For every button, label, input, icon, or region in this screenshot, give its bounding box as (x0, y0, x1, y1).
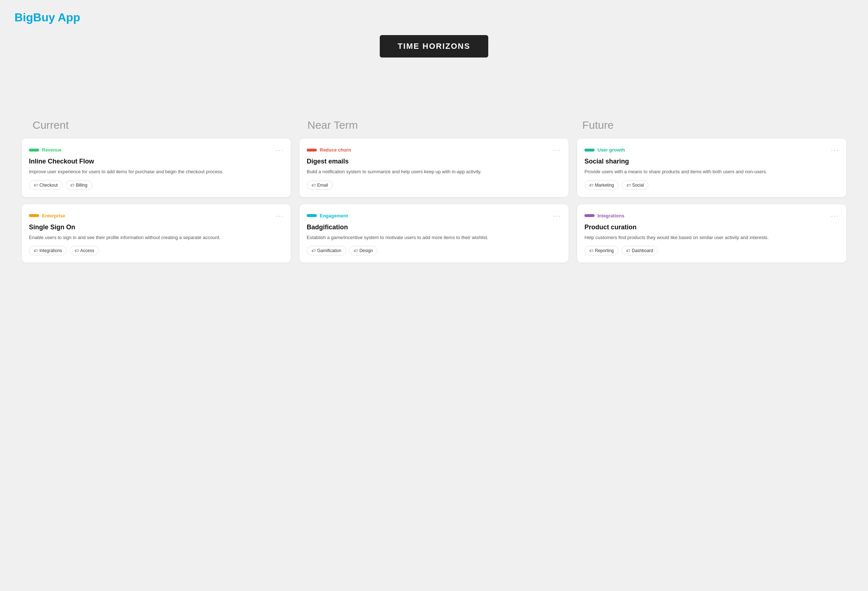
card-menu-dots[interactable]: ··· (553, 211, 561, 220)
card-menu-dots[interactable]: ··· (831, 211, 839, 220)
card-label-row: Revenue (29, 147, 62, 153)
column-header-current: Current (22, 119, 297, 131)
card-label-row: User growth (585, 147, 625, 153)
card-menu-dots[interactable]: ··· (553, 146, 561, 154)
card-title: Inline Checkout Flow (29, 158, 283, 165)
reduce-churn-pill (307, 149, 317, 152)
card-menu-dots[interactable]: ··· (275, 211, 283, 220)
card-label-row: Integrations (585, 213, 624, 219)
tree-lines-svg (15, 54, 853, 97)
tag-icon: 🏷 (34, 183, 38, 188)
card-social-sharing: User growth ··· Social sharing Provide u… (577, 139, 846, 197)
card-title: Social sharing (585, 158, 839, 165)
tag-icon: 🏷 (311, 183, 315, 188)
app-title: BigBuy App (15, 11, 853, 24)
card-desc: Improve user experience for users to add… (29, 168, 283, 176)
tooltip-product-areas: PRODUCT AREAS (283, 125, 382, 143)
tag-marketing[interactable]: 🏷Marketing (585, 180, 619, 190)
columns-header: Current Near Term Future (15, 119, 853, 131)
tag-icon: 🏷 (34, 248, 38, 253)
card-desc: Enable users to sign in and see their pr… (29, 234, 283, 241)
user-growth-label: User growth (598, 147, 625, 153)
svg-line-6 (434, 259, 464, 284)
tag-access[interactable]: 🏷Access (70, 246, 99, 256)
column-header-future: Future (571, 119, 846, 131)
tag-icon: 🏷 (589, 248, 593, 253)
card-tags: 🏷Email (307, 180, 561, 190)
card-header: Revenue ··· (29, 146, 283, 154)
card-title: Digest emails (307, 158, 561, 165)
root-node: TIME HORIZONS (380, 35, 489, 58)
tag-checkout[interactable]: 🏷Checkout (29, 180, 63, 190)
tag-reporting[interactable]: 🏷Reporting (585, 246, 619, 256)
tag-icon: 🏷 (311, 248, 315, 253)
integrations-pill (585, 214, 595, 217)
tag-icon: 🏷 (354, 248, 358, 253)
card-title: Product curation (585, 223, 839, 231)
tag-icon: 🏷 (589, 183, 593, 188)
column-near-term: Reduce churn ··· Digest emails Build a n… (300, 139, 568, 263)
card-desc: Provide users with a means to share prod… (585, 168, 839, 176)
tag-dashboard[interactable]: 🏷Dashboard (621, 246, 658, 256)
tag-icon: 🏷 (74, 248, 78, 253)
card-header: Reduce churn ··· (307, 146, 561, 154)
card-badgification: Engagement ··· Badgification Establish a… (300, 204, 568, 263)
card-desc: Help customers find products they would … (585, 234, 839, 241)
card-tags: 🏷Integrations 🏷Access (29, 246, 283, 256)
card-label-row: Enterprise (29, 213, 65, 219)
tag-social[interactable]: 🏷Social (622, 180, 649, 190)
tag-billing[interactable]: 🏷Billing (65, 180, 92, 190)
card-label-row: Reduce churn (307, 147, 351, 153)
card-label-row: Engagement (307, 213, 348, 219)
engagement-label: Engagement (320, 213, 348, 219)
card-header: Integrations ··· (585, 211, 839, 220)
column-current: Revenue ··· Inline Checkout Flow Improve… (22, 139, 291, 263)
card-header: Engagement ··· (307, 211, 561, 220)
enterprise-pill (29, 214, 39, 217)
svg-line-8 (500, 259, 588, 284)
card-desc: Establish a game/incentive system to mot… (307, 234, 561, 241)
card-header: User growth ··· (585, 146, 839, 154)
revenue-label: Revenue (42, 147, 62, 153)
card-inline-checkout: Revenue ··· Inline Checkout Flow Improve… (22, 139, 291, 197)
integrations-label: Integrations (598, 213, 624, 219)
enterprise-label: Enterprise (42, 213, 65, 219)
engagement-pill (307, 214, 317, 217)
card-tags: 🏷Checkout 🏷Billing (29, 180, 283, 190)
tag-integrations[interactable]: 🏷Integrations (29, 246, 67, 256)
tag-icon: 🏷 (626, 183, 630, 188)
card-header: Enterprise ··· (29, 211, 283, 220)
root-node-row: TIME HORIZONS (15, 35, 853, 58)
cards-grid: Revenue ··· Inline Checkout Flow Improve… (15, 139, 853, 263)
diagram-wrapper: TIME HORIZONS Current Near Term Future R… (15, 35, 853, 263)
card-title: Single Sign On (29, 223, 283, 231)
card-digest-emails: Reduce churn ··· Digest emails Build a n… (300, 139, 568, 197)
card-menu-dots[interactable]: ··· (831, 146, 839, 154)
tooltip-scope: SCOPE (129, 284, 184, 303)
card-menu-dots[interactable]: ··· (275, 146, 283, 154)
tag-icon: 🏷 (626, 248, 630, 253)
card-single-sign-on: Enterprise ··· Single Sign On Enable use… (22, 204, 291, 263)
card-title: Badgification (307, 223, 561, 231)
tag-gamification[interactable]: 🏷Gamification (307, 246, 346, 256)
tooltip-strategic-initiatives: STRATEGIC INITIATIVES (426, 284, 552, 303)
reduce-churn-label: Reduce churn (320, 147, 351, 153)
column-future: User growth ··· Social sharing Provide u… (577, 139, 846, 263)
tag-design[interactable]: 🏷Design (349, 246, 378, 256)
tag-email[interactable]: 🏷Email (307, 180, 333, 190)
revenue-pill (29, 149, 39, 152)
card-tags: 🏷Marketing 🏷Social (585, 180, 839, 190)
card-tags: 🏷Gamification 🏷Design (307, 246, 561, 256)
card-desc: Build a notification system to summarize… (307, 168, 561, 176)
user-growth-pill (585, 149, 595, 152)
tag-icon: 🏷 (70, 183, 74, 188)
card-tags: 🏷Reporting 🏷Dashboard (585, 246, 839, 256)
card-product-curation: Integrations ··· Product curation Help c… (577, 204, 846, 263)
